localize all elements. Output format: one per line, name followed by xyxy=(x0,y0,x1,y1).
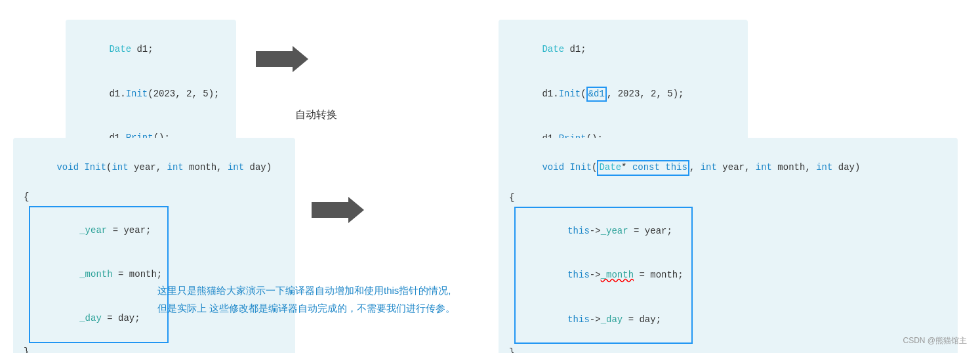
svg-marker-1 xyxy=(312,197,364,223)
svg-marker-0 xyxy=(256,46,308,72)
highlight-d1: &d1 xyxy=(586,87,607,102)
code-line: } xyxy=(24,344,285,353)
desc-line-2: 但是实际上 这些修改都是编译器自动完成的，不需要我们进行传参。 xyxy=(157,299,455,317)
code-line: Date d1; xyxy=(76,28,226,72)
code-line: this->_year = year; xyxy=(523,209,684,253)
auto-convert-label: 自动转换 xyxy=(295,108,337,122)
code-block-bottom-left: void Init(int year, int month, int day) … xyxy=(13,138,295,353)
code-line: Date d1; xyxy=(509,28,737,72)
code-line: this->_month = month; xyxy=(523,253,684,297)
code-line: void Init(int year, int month, int day) xyxy=(24,146,285,190)
main-container: Date d1; d1.Init(2023, 2, 5); d1.Print()… xyxy=(0,0,980,353)
arrow-bottom xyxy=(312,194,364,226)
watermark: CSDN @熊猫馆主 xyxy=(903,335,967,346)
highlight-block-left: _year = year; _month = month; _day = day… xyxy=(29,206,169,344)
description-text: 这里只是熊猫给大家演示一下编译器自动增加和使用this指针的情况, 但是实际上 … xyxy=(157,281,455,317)
arrow-icon xyxy=(256,43,308,75)
arrow-top xyxy=(256,43,308,75)
code-line: this->_day = day; xyxy=(523,297,684,341)
code-block-bottom-right: void Init(Date* const this, int year, in… xyxy=(499,138,958,353)
code-line: } xyxy=(509,345,947,353)
code-line: { xyxy=(24,190,285,204)
code-line: _year = year; xyxy=(35,209,162,253)
code-line: _month = month; xyxy=(35,253,162,297)
code-line: void Init(Date* const this, int year, in… xyxy=(509,146,947,190)
code-line: _day = day; xyxy=(35,297,162,341)
highlight-block-right: this->_year = year; this->_month = month… xyxy=(514,207,693,344)
keyword-date: Date xyxy=(109,44,131,54)
code-line: d1.Init(2023, 2, 5); xyxy=(76,72,226,115)
arrow-icon xyxy=(312,194,364,226)
highlight-this-param: Date* const this xyxy=(597,160,689,176)
desc-line-1: 这里只是熊猫给大家演示一下编译器自动增加和使用this指针的情况, xyxy=(157,281,455,299)
code-line: d1.Init(&d1, 2023, 2, 5); xyxy=(509,72,737,116)
code-line: { xyxy=(509,190,947,205)
